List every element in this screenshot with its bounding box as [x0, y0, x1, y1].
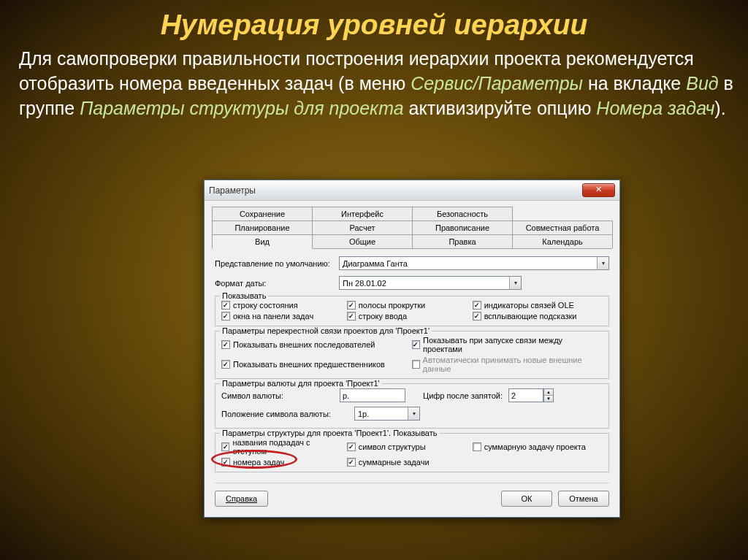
chevron-down-icon — [509, 277, 521, 289]
currency-digits-label: Цифр после запятой: — [423, 391, 503, 400]
check-item[interactable]: окна на панели задач — [221, 312, 340, 321]
group-show: Показывать строку состоянияполосы прокру… — [215, 296, 609, 326]
chevron-down-icon — [597, 257, 608, 269]
checkbox[interactable] — [347, 458, 356, 467]
check-item[interactable]: строку ввода — [347, 312, 465, 321]
group-currency-title: Параметры валюты для проекта 'Проект1' — [220, 379, 382, 388]
cancel-button[interactable]: Отмена — [558, 491, 609, 507]
check-label: всплывающие подсказки — [484, 312, 577, 321]
tab-calendar[interactable]: Календарь — [512, 234, 613, 248]
checkbox[interactable] — [347, 312, 356, 321]
check-label: строку состояния — [233, 301, 298, 310]
tab-calculation[interactable]: Расчет — [312, 220, 413, 234]
check-item[interactable]: Показывать при запуске связи между проек… — [412, 336, 595, 353]
ok-button[interactable]: ОК — [501, 491, 552, 507]
tab-scheduling[interactable]: Планирование — [212, 220, 313, 234]
check-item[interactable]: полосы прокрутки — [347, 301, 465, 310]
checkbox[interactable] — [221, 442, 229, 451]
check-item[interactable]: номера задач — [221, 458, 340, 467]
tab-strip: Сохранение Интерфейс Безопасность Планир… — [212, 207, 612, 249]
group-show-title: Показывать — [220, 291, 268, 300]
date-format-label: Формат даты: — [215, 279, 339, 288]
checkbox[interactable] — [347, 301, 356, 310]
check-label: Показывать при запуске связи между проек… — [423, 336, 595, 353]
currency-position-label: Положение символа валюты: — [221, 410, 346, 418]
help-button[interactable]: Справка — [215, 491, 268, 507]
slide-description: Для самопроверки правильности построения… — [0, 41, 748, 120]
checkbox[interactable] — [221, 360, 230, 369]
digits-spinner[interactable]: ▲▼ — [543, 388, 554, 402]
checkbox[interactable] — [412, 340, 420, 349]
currency-position-select[interactable]: 1р. — [354, 407, 420, 421]
checkbox[interactable] — [221, 301, 230, 310]
check-item[interactable]: Показывать внешних последователей — [221, 336, 405, 353]
tab-interface[interactable]: Интерфейс — [312, 207, 413, 220]
checkbox[interactable] — [221, 458, 230, 467]
tab-save[interactable]: Сохранение — [212, 207, 313, 220]
group-outline-title: Параметры структуры для проекта 'Проект1… — [220, 429, 440, 437]
currency-symbol-input[interactable]: р. — [340, 388, 405, 402]
check-label: Показывать внешних последователей — [233, 340, 375, 349]
check-label: номера задач — [233, 458, 284, 467]
check-item[interactable]: всплывающие подсказки — [473, 312, 591, 321]
check-item: Автоматически принимать новые внешние да… — [412, 356, 595, 373]
check-item[interactable]: суммарные задачи — [347, 458, 465, 467]
check-label: суммарную задачу проекта — [484, 442, 586, 451]
tab-edit[interactable]: Правка — [412, 234, 513, 248]
checkbox[interactable] — [221, 340, 230, 349]
check-label: суммарные задачи — [359, 458, 430, 467]
check-label: названия подзадач с отступом — [232, 438, 339, 456]
chevron-down-icon — [408, 407, 419, 420]
default-view-select[interactable]: Диаграмма Ганта — [339, 256, 609, 270]
check-item[interactable]: Показывать внешних предшественников — [221, 356, 405, 373]
check-item[interactable]: суммарную задачу проекта — [473, 438, 591, 456]
slide-title: Нумерация уровней иерархии — [0, 0, 748, 41]
check-label: символ структуры — [359, 442, 426, 451]
check-label: Автоматически принимать новые внешние да… — [423, 356, 595, 373]
check-item[interactable]: индикаторы связей OLE — [473, 301, 591, 310]
tab-collaborate[interactable]: Совместная работа — [512, 220, 613, 234]
group-cross: Параметры перекрестной связи проектов дл… — [215, 331, 609, 379]
check-label: Показывать внешних предшественников — [233, 360, 385, 369]
group-currency: Параметры валюты для проекта 'Проект1' С… — [215, 383, 609, 429]
date-format-select[interactable]: Пн 28.01.02 — [339, 276, 522, 290]
checkbox[interactable] — [221, 312, 230, 321]
check-item[interactable]: символ структуры — [347, 438, 465, 456]
group-outline: Параметры структуры для проекта 'Проект1… — [215, 433, 609, 472]
check-label: индикаторы связей OLE — [484, 301, 574, 310]
check-label: полосы прокрутки — [359, 301, 425, 310]
check-label: строку ввода — [359, 312, 407, 321]
tab-general[interactable]: Общие — [312, 234, 413, 248]
close-button[interactable]: ✕ — [582, 183, 615, 197]
checkbox[interactable] — [473, 301, 481, 310]
options-dialog: Параметры ✕ Сохранение Интерфейс Безопас… — [204, 180, 620, 518]
currency-symbol-label: Символ валюты: — [221, 391, 331, 400]
checkbox[interactable] — [473, 312, 481, 321]
tab-security[interactable]: Безопасность — [412, 207, 513, 220]
checkbox[interactable] — [347, 442, 356, 451]
tab-spelling[interactable]: Правописание — [412, 220, 513, 234]
dialog-title: Параметры — [209, 185, 582, 196]
check-item[interactable]: названия подзадач с отступом — [221, 438, 340, 456]
currency-digits-input[interactable]: 2 — [508, 388, 543, 402]
tab-view[interactable]: Вид — [212, 234, 313, 249]
check-label: окна на панели задач — [233, 312, 313, 321]
checkbox — [412, 360, 420, 369]
titlebar[interactable]: Параметры ✕ — [205, 180, 619, 201]
group-cross-title: Параметры перекрестной связи проектов дл… — [220, 326, 432, 335]
check-item[interactable]: строку состояния — [221, 301, 340, 310]
checkbox[interactable] — [473, 442, 481, 451]
default-view-label: Представление по умолчанию: — [215, 259, 339, 268]
